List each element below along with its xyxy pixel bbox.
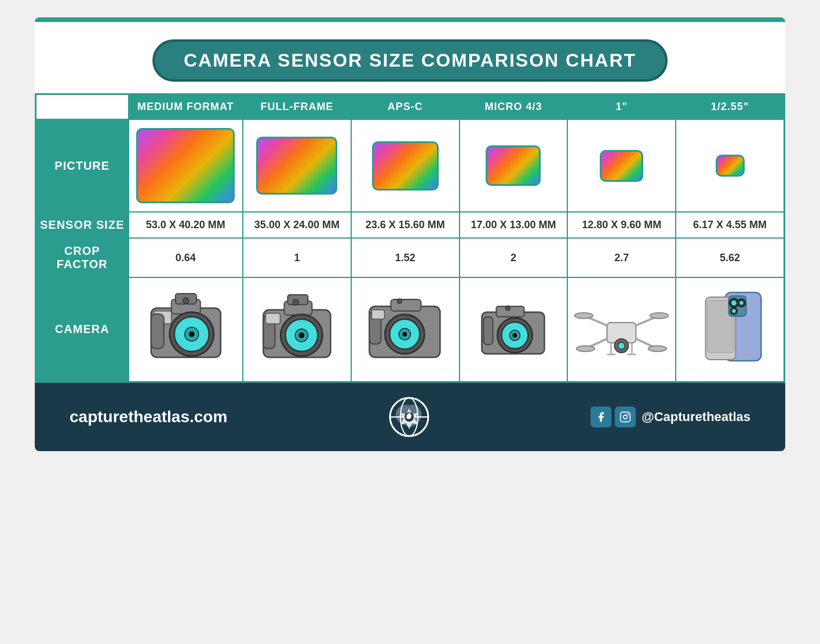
svg-point-67 — [624, 415, 628, 419]
sensor-aps-c — [351, 119, 460, 212]
sensor-size-micro43: 17.00 X 13.00 MM — [460, 212, 568, 238]
camera-half-inch — [676, 277, 784, 382]
sensor-size-medium-format: 53.0 X 40.20 MM — [129, 212, 243, 238]
svg-point-44 — [577, 346, 595, 352]
svg-rect-28 — [371, 310, 384, 319]
crop-factor-medium-format: 0.64 — [129, 238, 243, 277]
crop-factor-row: CROP FACTOR 0.64 1 1.52 2 2.7 5.62 — [36, 238, 785, 277]
footer-logo — [389, 397, 429, 437]
svg-point-36 — [505, 306, 510, 310]
col-header-1inch: 1" — [567, 94, 676, 120]
svg-point-9 — [183, 298, 188, 303]
svg-point-57 — [731, 300, 737, 306]
sensor-rect-fullframe — [256, 137, 337, 195]
picture-row-label: PICTURE — [36, 119, 129, 212]
svg-rect-66 — [621, 412, 631, 422]
svg-rect-19 — [265, 313, 280, 324]
crop-factor-half-inch: 5.62 — [676, 238, 784, 277]
svg-point-7 — [188, 331, 194, 337]
title-box: CAMERA SENSOR SIZE COMPARISON CHART — [152, 39, 668, 82]
col-header-aps-c: APS-C — [351, 94, 460, 120]
camera-1inch — [567, 277, 676, 382]
sensor-size-row: SENSOR SIZE 53.0 X 40.20 MM 35.00 X 24.0… — [36, 212, 785, 238]
crop-factor-1inch: 2.7 — [567, 238, 676, 277]
camera-aps-c-svg — [355, 288, 455, 369]
header: CAMERA SENSOR SIZE COMPARISON CHART — [35, 22, 785, 93]
svg-point-42 — [575, 313, 593, 319]
svg-rect-35 — [483, 317, 493, 345]
camera-full-frame-svg — [247, 288, 347, 369]
svg-point-61 — [732, 309, 737, 313]
instagram-icon — [615, 407, 636, 427]
svg-point-16 — [298, 332, 304, 338]
svg-rect-8 — [151, 314, 163, 349]
footer-social: @Capturetheatlas — [591, 407, 750, 427]
page-title: CAMERA SENSOR SIZE COMPARISON CHART — [184, 50, 636, 71]
col-header-half-inch: 1/2.55" — [676, 94, 784, 120]
camera-1inch-svg — [571, 288, 672, 369]
footer-website: capturetheatlas.com — [70, 408, 227, 426]
picture-row: PICTURE — [36, 119, 785, 212]
camera-full-frame — [243, 277, 351, 382]
comparison-table: MEDIUM FORMAT FULL-FRAME APS-C MICRO 4/3… — [35, 93, 785, 383]
crop-factor-micro43: 2 — [460, 238, 568, 277]
sensor-rect-medium — [136, 128, 235, 203]
svg-rect-21 — [391, 299, 421, 311]
sensor-size-half-inch: 6.17 X 4.55 MM — [676, 212, 784, 238]
sensor-size-aps-c: 23.6 X 15.60 MM — [351, 212, 460, 238]
camera-aps-c — [351, 277, 460, 382]
svg-point-18 — [293, 299, 298, 305]
sensor-medium-format — [129, 119, 243, 212]
sensor-rect-1inch — [600, 150, 643, 182]
header-row: MEDIUM FORMAT FULL-FRAME APS-C MICRO 4/3… — [36, 94, 785, 120]
svg-point-27 — [397, 299, 402, 303]
sensor-micro43 — [460, 119, 568, 212]
svg-point-34 — [512, 333, 517, 338]
social-icons — [591, 407, 636, 427]
crop-factor-full-frame: 1 — [243, 238, 351, 277]
top-accent — [35, 17, 785, 22]
camera-micro43 — [460, 277, 568, 382]
crop-factor-aps-c: 1.52 — [351, 238, 460, 277]
footer: capturetheatlas.com — [35, 383, 785, 451]
crop-factor-row-label: CROP FACTOR — [36, 238, 129, 277]
sensor-full-frame — [243, 119, 351, 212]
sensor-size-1inch: 12.80 X 9.60 MM — [567, 212, 676, 238]
page-wrapper: CAMERA SENSOR SIZE COMPARISON CHART MEDI… — [35, 17, 785, 451]
svg-point-45 — [648, 346, 667, 352]
empty-header — [36, 94, 129, 120]
svg-point-68 — [628, 414, 629, 415]
sensor-rect-micro43 — [486, 145, 541, 186]
sensor-size-full-frame: 35.00 X 24.00 MM — [243, 212, 351, 238]
svg-point-43 — [650, 313, 669, 319]
facebook-icon — [591, 407, 611, 427]
social-handle: @Capturetheatlas — [642, 409, 750, 425]
col-header-medium-format: MEDIUM FORMAT — [129, 94, 243, 120]
camera-row: CAMERA — [36, 277, 785, 382]
sensor-rect-apsc — [372, 141, 439, 191]
camera-medium-format-svg — [133, 288, 239, 369]
svg-point-47 — [618, 342, 625, 349]
camera-micro43-svg — [464, 288, 564, 369]
col-header-full-frame: FULL-FRAME — [243, 94, 351, 120]
sensor-size-row-label: SENSOR SIZE — [36, 212, 129, 238]
svg-point-59 — [739, 301, 744, 305]
svg-point-25 — [402, 332, 407, 336]
sensor-1inch — [567, 119, 676, 212]
sensor-half-inch — [676, 119, 784, 212]
camera-medium-format — [129, 277, 243, 382]
camera-halfinch-svg — [680, 288, 780, 369]
sensor-rect-halfinch — [716, 155, 745, 177]
camera-row-label: CAMERA — [36, 277, 129, 382]
col-header-micro-43: MICRO 4/3 — [460, 94, 568, 120]
